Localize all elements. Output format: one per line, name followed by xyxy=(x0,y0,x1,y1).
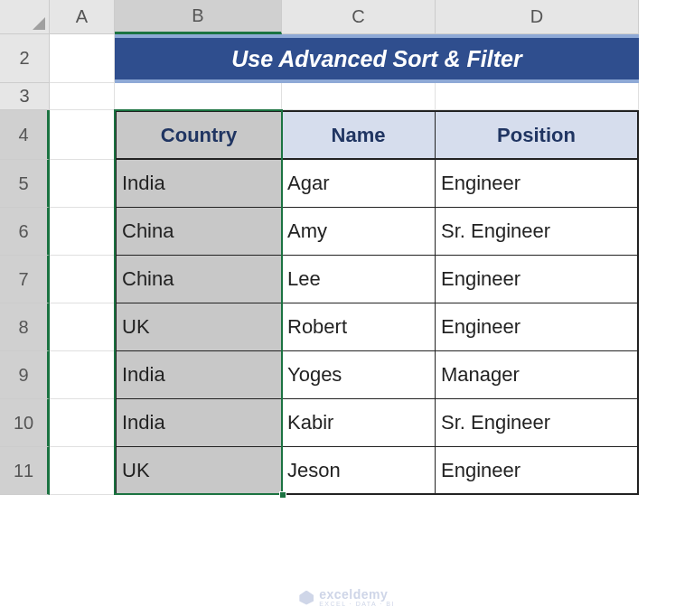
table-row[interactable]: Engineer xyxy=(436,303,639,351)
cell-a10[interactable] xyxy=(50,399,115,447)
watermark: exceldemy EXCEL · DATA · BI xyxy=(299,588,395,607)
row-head-11[interactable]: 11 xyxy=(0,447,50,495)
header-position[interactable]: Position xyxy=(436,110,639,160)
cell-a9[interactable] xyxy=(50,351,115,399)
select-all-corner[interactable] xyxy=(0,0,50,34)
cell-a3[interactable] xyxy=(50,83,115,110)
header-name[interactable]: Name xyxy=(282,110,436,160)
table-row[interactable]: Sr. Engineer xyxy=(436,208,639,256)
table-row[interactable]: India xyxy=(115,351,282,399)
row-head-10[interactable]: 10 xyxy=(0,399,50,447)
table-row[interactable]: Jeson xyxy=(282,447,436,495)
table-row[interactable]: Kabir xyxy=(282,399,436,447)
row-head-8[interactable]: 8 xyxy=(0,303,50,351)
row-head-3[interactable]: 3 xyxy=(0,83,50,110)
table-row[interactable]: UK xyxy=(115,447,282,495)
fill-handle[interactable] xyxy=(279,491,286,499)
table-row[interactable]: India xyxy=(115,399,282,447)
cell-d3[interactable] xyxy=(436,83,639,110)
cell-a4[interactable] xyxy=(50,110,115,160)
table-row[interactable]: Engineer xyxy=(436,256,639,303)
table-row[interactable]: Sr. Engineer xyxy=(436,399,639,447)
row-head-7[interactable]: 7 xyxy=(0,256,50,303)
cell-a11[interactable] xyxy=(50,447,115,495)
header-country[interactable]: Country xyxy=(115,110,282,160)
table-row[interactable]: Robert xyxy=(282,303,436,351)
cell-a6[interactable] xyxy=(50,208,115,256)
row-head-9[interactable]: 9 xyxy=(0,351,50,399)
watermark-sub: EXCEL · DATA · BI xyxy=(319,601,395,607)
col-head-c[interactable]: C xyxy=(282,0,436,34)
cell-b3[interactable] xyxy=(115,83,282,110)
row-head-2[interactable]: 2 xyxy=(0,34,50,83)
watermark-icon xyxy=(299,591,314,605)
table-row[interactable]: Manager xyxy=(436,351,639,399)
cell-a5[interactable] xyxy=(50,160,115,208)
watermark-text: exceldemy EXCEL · DATA · BI xyxy=(319,588,395,607)
table-row[interactable]: China xyxy=(115,256,282,303)
cell-a8[interactable] xyxy=(50,303,115,351)
col-head-b[interactable]: B xyxy=(115,0,282,34)
cell-a7[interactable] xyxy=(50,256,115,303)
table-row[interactable]: Amy xyxy=(282,208,436,256)
row-head-4[interactable]: 4 xyxy=(0,110,50,160)
watermark-main: exceldemy xyxy=(319,588,395,601)
table-row[interactable]: Engineer xyxy=(436,447,639,495)
table-row[interactable]: Agar xyxy=(282,160,436,208)
title-banner: Use Advanced Sort & Filter xyxy=(115,34,639,83)
col-head-d[interactable]: D xyxy=(436,0,639,34)
table-row[interactable]: UK xyxy=(115,303,282,351)
cell-c3[interactable] xyxy=(282,83,436,110)
row-head-6[interactable]: 6 xyxy=(0,208,50,256)
cell-a2[interactable] xyxy=(50,34,115,83)
table-row[interactable]: China xyxy=(115,208,282,256)
table-row[interactable]: Engineer xyxy=(436,160,639,208)
row-head-5[interactable]: 5 xyxy=(0,160,50,208)
spreadsheet-grid: A B C D 2 Use Advanced Sort & Filter 3 4… xyxy=(0,0,694,495)
table-row[interactable]: Lee xyxy=(282,256,436,303)
table-row[interactable]: India xyxy=(115,160,282,208)
col-head-a[interactable]: A xyxy=(50,0,115,34)
table-row[interactable]: Yoges xyxy=(282,351,436,399)
